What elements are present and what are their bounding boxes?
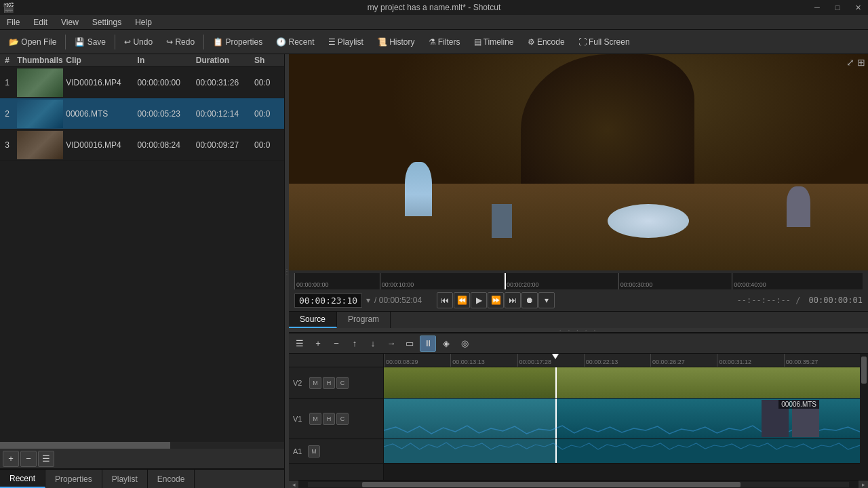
properties-button[interactable]: 📋 Properties [207,33,269,52]
row-num: 3 [0,139,14,151]
track-v1[interactable]: 00006.MTS [384,399,860,439]
tab-playlist[interactable]: Playlist [102,470,148,488]
playlist-menu-button[interactable]: ☰ [38,451,54,467]
track-v1-hide[interactable]: H [323,413,335,425]
scrub-mark-4: 00:00:40:00 [732,273,766,289]
tab-recent[interactable]: Recent [0,470,45,488]
timeline-vscroll[interactable] [860,354,868,480]
timeline-tracks: 00:00:08:29 00:00:13:13 00:00:17:28 00:0… [384,354,860,480]
timeline-remove-button[interactable]: − [328,336,344,352]
hscroll-right-arrow[interactable]: ▸ [859,481,868,489]
timeline-record-button[interactable]: ◎ [456,336,473,352]
track-v1-mute[interactable]: M [309,413,321,425]
timecode-in-out: --:--:--:-- / [737,296,801,305]
track-a1[interactable] [384,439,860,464]
encode-button[interactable]: ⚙ Encode [521,33,571,52]
playlist-row[interactable]: 1 VID00016.MP4 00:00:00:00 00:00:31:26 0… [0,67,284,98]
playlist-row[interactable]: 2 00006.MTS 00:00:05:23 00:00:12:14 00:0 [0,98,284,129]
skip-start-button[interactable]: ⏮ [437,292,453,308]
timeline-section: ☰ + − ↑ ↓ → ▭ ⏸ ◈ ◎ V2 M [289,332,868,488]
timeline-add-button[interactable]: + [310,336,326,352]
row-clip: VID00016.MP4 [63,77,134,89]
track-a1-mute[interactable]: M [308,445,320,458]
track-v2-cut [555,367,860,398]
menu-settings[interactable]: Settings [85,15,128,29]
timeline-ruler[interactable]: 00:00:08:29 00:00:13:13 00:00:17:28 00:0… [384,354,860,367]
track-v2[interactable] [384,367,860,399]
timeline-up-button[interactable]: ↑ [347,336,363,352]
playlist-row[interactable]: 3 VID00016.MP4 00:00:08:24 00:00:09:27 0… [0,129,284,161]
row-sh: 00:0 [252,77,284,89]
timeline-snap-button[interactable]: ⏸ [420,336,436,352]
timeline-forward-button[interactable]: → [383,336,399,352]
record-menu-button[interactable]: ▾ [538,292,555,308]
history-button[interactable]: 📜 History [371,33,421,52]
waveform-a1 [384,442,860,451]
redo-button[interactable]: ↪ Redo [160,33,201,52]
skip-end-button[interactable]: ⏭ [505,292,521,308]
row-sh: 00:0 [252,139,284,151]
hscroll-thumb[interactable] [362,482,741,487]
tab-properties[interactable]: Properties [45,470,102,488]
fast-forward-button[interactable]: ⏩ [488,292,504,308]
rewind-button[interactable]: ⏪ [454,292,470,308]
timeline-menu-button[interactable]: ☰ [292,336,308,352]
open-file-button[interactable]: 📂 Open File [3,33,62,52]
playlist-remove-button[interactable]: − [20,451,37,467]
ruler-spacer [289,354,383,367]
timeline-hscroll[interactable]: ◂ ▸ [289,480,868,488]
filters-button[interactable]: ⚗ Filters [422,33,467,52]
close-button[interactable]: ✕ [848,0,868,15]
track-v2-label: V2 [293,379,308,387]
left-panel: # Thumbnails Clip In Duration Sh 1 VID00… [0,54,285,488]
playlist-add-button[interactable]: + [3,451,19,467]
maximize-button[interactable]: □ [827,0,848,15]
track-a1-label: A1 [293,447,308,455]
preview-icon-1[interactable]: ⤢ [846,57,854,68]
row-duration: 00:00:31:26 [193,77,252,89]
ruler-mark: 00:00:08:29 [384,354,418,367]
app-icon: 🎬 [3,2,14,13]
recent-button[interactable]: 🕐 Recent [270,33,320,52]
preview-scene [289,54,868,270]
menu-view[interactable]: View [54,15,85,29]
playlist-scrollbar[interactable] [0,442,284,449]
tab-encode[interactable]: Encode [148,470,195,488]
preview-icon-2[interactable]: ⊞ [857,57,865,68]
playlist-scroll-thumb[interactable] [0,442,170,449]
track-v2-lock[interactable]: C [336,377,349,389]
scrub-playhead[interactable] [505,273,506,289]
undo-button[interactable]: ↩ Undo [118,33,159,52]
timeline-scrub-button[interactable]: ◈ [438,336,454,352]
save-button[interactable]: 💾 Save [68,33,112,52]
timecode-current[interactable]: 00:00:23:10 [294,293,362,308]
menu-edit[interactable]: Edit [26,15,54,29]
timecode-right-value: 00:00:00:01 [809,296,863,305]
playhead-arrow [552,354,559,359]
track-v2-hide[interactable]: H [323,377,335,389]
preview-scrubber[interactable]: 00:00:00:00 00:00:10:00 00:00:20:00 00:0… [294,273,863,289]
vscroll-thumb[interactable] [861,357,867,384]
row-duration: 00:00:12:14 [193,108,252,120]
hscroll-track[interactable] [308,482,849,487]
minimize-button[interactable]: ─ [807,0,827,15]
timeline-clip-button[interactable]: ▭ [401,336,418,352]
fullscreen-button[interactable]: ⛶ Full Screen [572,33,636,52]
right-panel: ⤢ ⊞ 00:00:00:00 00:00:10:00 00:00:20:00 … [289,54,868,488]
timeline-down-button[interactable]: ↓ [365,336,381,352]
record-button[interactable]: ⏺ [521,292,538,308]
menu-help[interactable]: Help [128,15,159,29]
track-v2-mute[interactable]: M [309,377,321,389]
scene-figure-2 [787,186,810,227]
tab-source[interactable]: Source [289,312,337,328]
tab-program[interactable]: Program [337,312,391,328]
track-headers: V2 M H C V1 M H C A1 M [289,354,384,480]
play-button[interactable]: ▶ [471,292,487,308]
ruler-mark: 00:00:31:12 [717,354,751,367]
menu-file[interactable]: File [0,15,26,29]
timecode-step-down[interactable]: ▾ [366,296,370,305]
timeline-button[interactable]: ▤ Timeline [468,33,520,52]
playlist-button[interactable]: ☰ Playlist [322,33,370,52]
track-v1-lock[interactable]: C [336,413,349,425]
hscroll-left-arrow[interactable]: ◂ [289,481,298,489]
